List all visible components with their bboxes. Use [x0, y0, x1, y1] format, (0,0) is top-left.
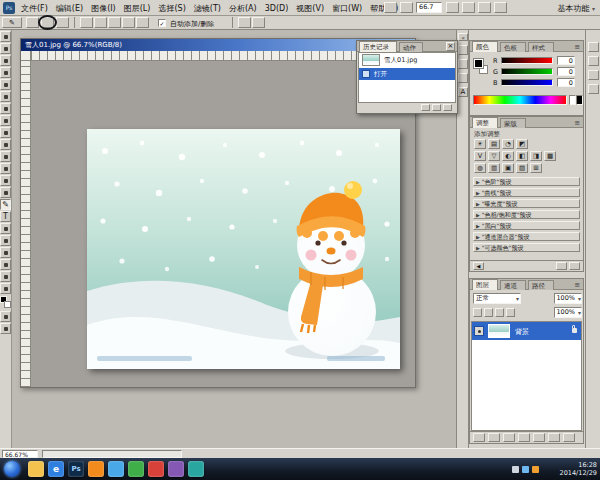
tool-blur[interactable]: [0, 175, 11, 186]
vertical-ruler[interactable]: [21, 61, 31, 387]
path-combine-button[interactable]: [238, 17, 251, 28]
delete-anchor-button[interactable]: [122, 17, 135, 28]
tab-paths[interactable]: 路径: [528, 280, 554, 290]
preset-levels[interactable]: ▶"色阶"预设: [473, 177, 580, 186]
channel-r-value[interactable]: 0: [557, 56, 575, 65]
tab-actions[interactable]: 动作: [399, 42, 423, 52]
spectrum-black-swatch[interactable]: [576, 95, 583, 105]
freeform-pen-button[interactable]: [94, 17, 107, 28]
taskbar-media-player-icon[interactable]: [88, 461, 104, 477]
taskbar-music-icon[interactable]: [168, 461, 184, 477]
preset-curves[interactable]: ▶"曲线"预设: [473, 188, 580, 197]
snowman-image[interactable]: [87, 129, 400, 369]
menu-analysis[interactable]: 分析(A): [225, 0, 261, 17]
tool-rectangle-shape[interactable]: [0, 235, 11, 246]
channel-r-slider[interactable]: [501, 57, 553, 64]
history-state-row[interactable]: 打开: [359, 68, 455, 80]
tab-swatches[interactable]: 色板: [500, 42, 526, 52]
blend-mode-select[interactable]: 正常 ▾: [473, 293, 521, 304]
taskbar-ie-icon[interactable]: e: [48, 461, 64, 477]
tool-quick-selection[interactable]: [0, 67, 11, 78]
tool-path-selection[interactable]: [0, 223, 11, 234]
posterize-icon[interactable]: ▥: [488, 163, 500, 173]
adjustments-menu-icon[interactable]: ≡: [574, 119, 580, 127]
tray-icon-1[interactable]: [512, 466, 519, 473]
snapshot-thumbnail[interactable]: [362, 54, 380, 66]
selective-color-icon[interactable]: ⊞: [530, 163, 542, 173]
black-white-icon[interactable]: ◧: [516, 151, 528, 161]
tab-adjustments[interactable]: 调整: [472, 117, 498, 128]
preset-exposure[interactable]: ▶"曝光度"预设: [473, 199, 580, 208]
link-layers-icon[interactable]: [473, 433, 485, 442]
levels-icon[interactable]: ▤: [488, 139, 500, 149]
background-color-swatch[interactable]: [4, 301, 11, 308]
fill-pixels-button[interactable]: [56, 17, 69, 28]
channel-b-slider[interactable]: [501, 79, 553, 86]
menu-window[interactable]: 窗口(W): [328, 0, 366, 17]
tool-3d-rotate[interactable]: [0, 247, 11, 258]
tool-preset-picker[interactable]: ✎: [2, 17, 22, 28]
tool-eyedropper[interactable]: [0, 91, 11, 102]
vibrance-icon[interactable]: V: [474, 151, 486, 161]
history-close-button[interactable]: ×: [446, 42, 455, 51]
tray-icon-2[interactable]: [522, 466, 529, 473]
bridge-icon[interactable]: [384, 2, 397, 13]
convert-point-button[interactable]: [136, 17, 149, 28]
tool-hand[interactable]: [0, 271, 11, 282]
tool-move[interactable]: [0, 31, 11, 42]
lock-pixels-icon[interactable]: [484, 308, 493, 317]
screen-mode-icon[interactable]: [494, 2, 507, 13]
hue-saturation-icon[interactable]: ▽: [488, 151, 500, 161]
curves-icon[interactable]: ◔: [502, 139, 514, 149]
taskbar-explorer-icon[interactable]: [28, 461, 44, 477]
new-snapshot-icon[interactable]: [432, 104, 441, 111]
tool-zoom[interactable]: [0, 283, 11, 294]
color-balance-icon[interactable]: ◐: [502, 151, 514, 161]
layer-thumbnail[interactable]: [488, 324, 510, 338]
quick-mask-button[interactable]: [0, 311, 11, 322]
tab-channels[interactable]: 通道: [500, 280, 526, 290]
layer-row-background[interactable]: 背景: [472, 322, 581, 340]
color-panel-menu-icon[interactable]: ≡: [574, 43, 580, 51]
tab-history[interactable]: 历史记录: [359, 41, 397, 52]
visibility-eye-icon[interactable]: [474, 326, 484, 336]
menu-edit[interactable]: 编辑(E): [52, 0, 87, 17]
taskbar-game-icon[interactable]: [148, 461, 164, 477]
photo-filter-icon[interactable]: ◨: [530, 151, 542, 161]
brightness-contrast-icon[interactable]: ☀: [474, 139, 486, 149]
zoom-level-box[interactable]: 66.7: [416, 2, 442, 13]
channel-mixer-icon[interactable]: ▩: [544, 151, 556, 161]
threshold-icon[interactable]: ▣: [502, 163, 514, 173]
path-subtract-button[interactable]: [252, 17, 265, 28]
workspace-switcher[interactable]: 基本功能 ▾: [557, 3, 595, 14]
color-swatch-pair[interactable]: [0, 296, 11, 309]
expand-panel-icon[interactable]: [556, 262, 567, 270]
tool-eraser[interactable]: [0, 151, 11, 162]
taskbar-photoshop-icon[interactable]: Ps: [68, 461, 84, 477]
tab-layers[interactable]: 图层: [472, 279, 498, 290]
histogram-panel-icon[interactable]: [458, 59, 468, 69]
preset-channel-mixer[interactable]: ▶"通道混合器"预设: [473, 232, 580, 241]
tool-rectangular-marquee[interactable]: [0, 43, 11, 54]
tool-gradient[interactable]: [0, 163, 11, 174]
add-anchor-button[interactable]: [108, 17, 121, 28]
character-panel-icon[interactable]: A: [458, 87, 468, 97]
info-dock-icon[interactable]: [588, 70, 599, 80]
spectrum-white-swatch[interactable]: [569, 95, 576, 105]
auto-add-delete-checkbox[interactable]: ✓: [158, 19, 166, 27]
navigator-panel-icon[interactable]: [458, 45, 468, 55]
fill-field[interactable]: 100% ▾: [554, 307, 582, 318]
delete-state-icon[interactable]: [443, 104, 452, 111]
new-adjustment-layer-icon[interactable]: [518, 433, 530, 442]
new-layer-icon[interactable]: [548, 433, 560, 442]
menu-filter[interactable]: 滤镜(T): [190, 0, 225, 17]
tray-icon-3[interactable]: [532, 466, 539, 473]
view-extras-icon[interactable]: [400, 2, 413, 13]
tool-spot-healing[interactable]: [0, 103, 11, 114]
delete-layer-icon[interactable]: [563, 433, 575, 442]
tool-history-brush[interactable]: [0, 139, 11, 150]
preset-black-white[interactable]: ▶"黑白"预设: [473, 221, 580, 230]
color-spectrum-ramp[interactable]: [473, 95, 567, 105]
channel-b-value[interactable]: 0: [557, 78, 575, 87]
menu-image[interactable]: 图像(I): [87, 0, 120, 17]
